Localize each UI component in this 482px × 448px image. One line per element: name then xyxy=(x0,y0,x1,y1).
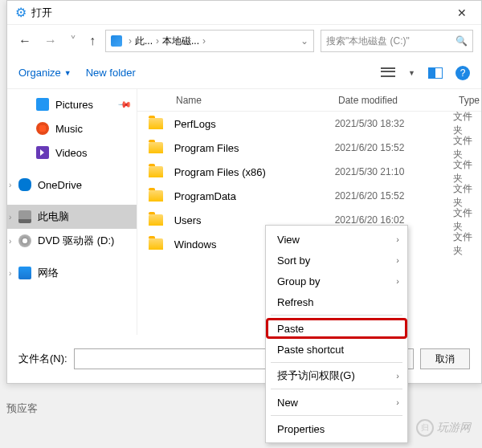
file-name: Program Files (x86) xyxy=(174,166,335,178)
file-type: 文件夹 xyxy=(453,230,481,256)
sidebar-item-label: Videos xyxy=(55,147,88,159)
view-list-icon[interactable] xyxy=(381,67,395,79)
ctx-view[interactable]: View› xyxy=(266,229,407,250)
forward-button[interactable]: → xyxy=(41,31,60,51)
chevron-right-icon: › xyxy=(396,234,399,244)
ctx-grant-access[interactable]: 授予访问权限(G)› xyxy=(266,365,407,386)
folder-row[interactable]: ProgramData2021/6/20 15:52文件夹 xyxy=(137,184,481,208)
window-title: 打开 xyxy=(31,6,52,20)
file-date: 2021/6/20 16:02 xyxy=(335,214,453,226)
file-type: 文件夹 xyxy=(453,158,481,185)
gear-icon: ⚙ xyxy=(15,5,27,20)
search-input[interactable]: 搜索"本地磁盘 (C:)" 🔍 xyxy=(321,30,473,52)
chevron-right-icon: › xyxy=(156,35,159,47)
ctx-refresh[interactable]: Refresh xyxy=(266,291,407,312)
view-controls: ▼ ? xyxy=(381,66,470,80)
address-part[interactable]: 本地磁... xyxy=(162,35,199,48)
organize-menu[interactable]: Organize ▼ xyxy=(18,67,71,79)
pin-icon: 📌 xyxy=(116,96,132,112)
ctx-group-by[interactable]: Group by› xyxy=(266,271,407,291)
navigation-bar: ← → ˅ ↑ › 此... › 本地磁... › ⌄ 搜索"本地磁盘 (C:)… xyxy=(7,25,481,57)
chevron-right-icon: › xyxy=(396,255,399,265)
dialog-footer: 文件名(N): 取消 xyxy=(7,335,481,383)
chevron-right-icon: › xyxy=(9,237,11,246)
sidebar-item-label: 网络 xyxy=(38,266,59,280)
watermark-logo-icon: 归 xyxy=(416,419,434,437)
new-folder-button[interactable]: New folder xyxy=(86,67,136,79)
sidebar-item-dvd[interactable]: ›DVD 驱动器 (D:) xyxy=(7,229,137,253)
sidebar-item-pictures[interactable]: Pictures📌 xyxy=(7,92,137,116)
column-name[interactable]: Name xyxy=(137,95,338,106)
pictures-icon xyxy=(36,98,49,111)
sidebar: Pictures📌MusicVideos›OneDrive›此电脑›DVD 驱动… xyxy=(7,89,137,335)
folder-icon xyxy=(149,214,163,226)
sidebar-item-label: OneDrive xyxy=(38,179,82,191)
chevron-right-icon: › xyxy=(396,371,399,381)
status-text: 预应客 xyxy=(6,401,38,416)
address-part[interactable]: 此... xyxy=(135,35,153,48)
file-type: 文件夹 xyxy=(453,182,481,210)
file-name: ProgramData xyxy=(174,190,335,202)
preview-pane-icon[interactable] xyxy=(428,67,443,79)
menu-separator xyxy=(271,315,402,316)
file-type: 文件夹 xyxy=(453,134,481,161)
sidebar-item-network[interactable]: ›网络 xyxy=(7,261,137,285)
ctx-paste-shortcut[interactable]: Paste shortcut xyxy=(266,339,407,360)
search-placeholder: 搜索"本地磁盘 (C:)" xyxy=(326,35,410,48)
address-bar[interactable]: › 此... › 本地磁... › ⌄ xyxy=(105,30,314,52)
column-date[interactable]: Date modified xyxy=(338,95,459,106)
watermark: 归 玩游网 xyxy=(416,419,471,437)
sidebar-item-pc[interactable]: ›此电脑 xyxy=(7,205,137,229)
folder-row[interactable]: Program Files2021/6/20 15:52文件夹 xyxy=(137,136,481,160)
file-type: 文件夹 xyxy=(453,206,481,234)
cancel-button[interactable]: 取消 xyxy=(420,348,470,369)
ctx-sort-by[interactable]: Sort by› xyxy=(266,250,407,271)
context-menu: View› Sort by› Group by› Refresh Paste P… xyxy=(265,225,408,443)
open-file-dialog: ⚙ 打开 ✕ ← → ˅ ↑ › 此... › 本地磁... › ⌄ 搜索"本地… xyxy=(6,0,482,384)
music-icon xyxy=(36,122,49,135)
ctx-new[interactable]: New› xyxy=(266,392,407,413)
toolbar: Organize ▼ New folder ▼ ? xyxy=(7,57,481,89)
sidebar-item-label: Pictures xyxy=(55,99,93,111)
sidebar-item-videos[interactable]: Videos xyxy=(7,141,137,165)
file-date: 2021/5/30 18:32 xyxy=(335,118,453,129)
search-icon[interactable]: 🔍 xyxy=(455,35,468,47)
folder-row[interactable]: PerfLogs2021/5/30 18:32文件夹 xyxy=(137,112,481,136)
ctx-paste[interactable]: Paste xyxy=(266,318,407,339)
chevron-right-icon: › xyxy=(396,397,399,407)
sidebar-item-label: Music xyxy=(55,123,83,135)
file-date: 2021/5/30 21:10 xyxy=(335,166,453,177)
chevron-right-icon: › xyxy=(396,276,399,286)
address-dropdown-icon[interactable]: ⌄ xyxy=(300,35,308,47)
sidebar-item-music[interactable]: Music xyxy=(7,116,137,141)
sidebar-item-label: 此电脑 xyxy=(38,210,69,224)
up-button[interactable]: ↑ xyxy=(86,31,99,51)
close-icon[interactable]: ✕ xyxy=(451,3,473,22)
onedrive-icon xyxy=(18,178,31,191)
folder-icon xyxy=(149,166,163,177)
folder-row[interactable]: Program Files (x86)2021/5/30 21:10文件夹 xyxy=(137,160,481,184)
file-name: PerfLogs xyxy=(174,118,335,130)
videos-icon xyxy=(36,146,49,159)
view-dropdown-icon[interactable]: ▼ xyxy=(408,69,415,77)
filename-label: 文件名(N): xyxy=(18,352,67,366)
column-type[interactable]: Type xyxy=(459,95,481,106)
dvd-icon xyxy=(18,234,31,247)
sidebar-item-label: DVD 驱动器 (D:) xyxy=(38,234,114,248)
folder-icon xyxy=(149,118,163,129)
menu-separator xyxy=(271,362,402,363)
help-icon[interactable]: ? xyxy=(455,66,470,80)
recent-dropdown[interactable]: ˅ xyxy=(67,31,80,52)
chevron-right-icon: › xyxy=(129,35,132,47)
file-date: 2021/6/20 15:52 xyxy=(335,190,453,202)
file-date: 2021/6/20 15:52 xyxy=(335,142,453,153)
sidebar-item-onedrive[interactable]: ›OneDrive xyxy=(7,173,137,197)
folder-icon xyxy=(149,142,163,153)
ctx-properties[interactable]: Properties xyxy=(266,418,407,439)
network-icon xyxy=(18,267,31,279)
pc-icon xyxy=(18,210,31,223)
folder-icon xyxy=(149,238,163,250)
folder-icon xyxy=(149,190,163,202)
chevron-right-icon: › xyxy=(202,35,206,47)
back-button[interactable]: ← xyxy=(15,31,35,51)
